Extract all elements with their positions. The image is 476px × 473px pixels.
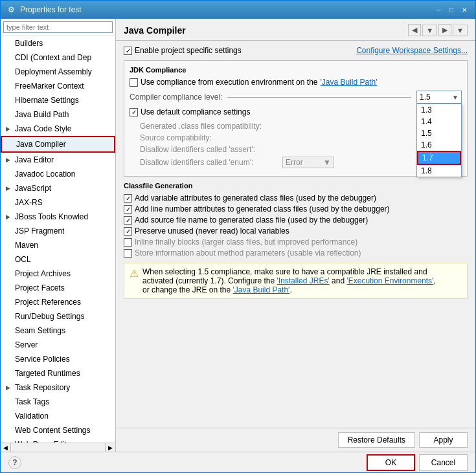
sidebar-item-seam[interactable]: Seam Settings (1, 324, 115, 338)
filter-box (1, 19, 115, 36)
compiler-level-row: Compiler compliance level: 1.5 ▼ 1.3 (130, 91, 462, 104)
expand-arrow-icon: ▶ (6, 182, 14, 194)
compiler-level-label: Compiler compliance level: (130, 93, 222, 102)
scroll-left-button[interactable]: ◀ (1, 443, 11, 452)
warning-icon: ⚠ (130, 267, 139, 280)
cf-checkbox-3[interactable] (124, 216, 132, 225)
dropdown-options-list: 1.3 1.4 1.5 1.6 1.7 1.8 (416, 104, 462, 177)
use-compliance-row: Use compliance from execution environmen… (130, 78, 462, 87)
installed-jres-link[interactable]: 'Installed JREs' (277, 276, 329, 285)
sidebar-item-task-repository[interactable]: ▶Task Repository (1, 380, 115, 395)
warning-line-3: and (330, 276, 347, 285)
sidebar-item-project-archives[interactable]: Project Archives (1, 267, 115, 281)
apply-button[interactable]: Apply (419, 432, 468, 448)
cancel-button[interactable]: Cancel (419, 454, 468, 471)
sidebar-item-targeted-runtimes[interactable]: Targeted Runtimes (1, 366, 115, 380)
source-compat-row: Source compatibility: (130, 133, 462, 142)
sidebar-item-javascript[interactable]: ▶JavaScript (1, 181, 115, 195)
cf-checkbox-2[interactable] (124, 205, 132, 214)
back-button[interactable]: ◀ (408, 24, 421, 36)
window-icon: ⚙ (6, 5, 16, 15)
sidebar-item-run-debug[interactable]: Run/Debug Settings (1, 309, 115, 324)
option-1-5[interactable]: 1.5 (417, 127, 461, 139)
execution-env-link[interactable]: 'Execution Environments' (346, 276, 433, 285)
sidebar: Builders CDI (Context and Dep Deployment… (1, 19, 116, 452)
java-build-path-link[interactable]: 'Java Build Path' (320, 78, 377, 87)
configure-workspace-link[interactable]: Configure Workspace Settings... (356, 46, 468, 55)
cf-checkbox-4[interactable] (124, 227, 132, 236)
sidebar-item-jsp[interactable]: JSP Fragment (1, 224, 115, 238)
sidebar-item-javadoc[interactable]: Javadoc Location (1, 167, 115, 181)
minimize-button[interactable]: ─ (433, 5, 444, 15)
cf-option-1: Add variable attributes to generated cla… (124, 193, 468, 203)
sidebar-item-java-compiler[interactable]: Java Compiler (1, 136, 115, 153)
close-button[interactable]: ✕ (459, 5, 470, 15)
footer-bar: ? OK Cancel (1, 452, 475, 472)
scroll-right-button[interactable]: ▶ (105, 443, 115, 452)
restore-defaults-button[interactable]: Restore Defaults (338, 432, 415, 448)
title-bar: ⚙ Properties for test ─ □ ✕ (1, 1, 475, 19)
forward-button[interactable]: ▶ (438, 24, 451, 36)
sidebar-item-server[interactable]: Server (1, 338, 115, 352)
cf-label-1: Add variable attributes to generated cla… (135, 193, 376, 203)
cf-checkbox-5[interactable] (124, 238, 132, 247)
sidebar-item-freemarker[interactable]: FreeMarker Context (1, 79, 115, 93)
option-1-6[interactable]: 1.6 (417, 139, 461, 151)
filter-input[interactable] (3, 21, 113, 33)
more-button[interactable]: ▼ (453, 25, 468, 36)
sidebar-item-deployment[interactable]: Deployment Assembly (1, 65, 115, 79)
help-button[interactable]: ? (8, 456, 21, 469)
classfile-section: Classfile Generation Add variable attrib… (124, 182, 468, 258)
sidebar-item-web-page[interactable]: Web Page Editor (1, 437, 115, 443)
java-build-path-link-2[interactable]: 'Java Build Path' (232, 285, 289, 294)
cf-label-6: Store information about method parameter… (135, 248, 361, 258)
sidebar-item-jaxrs[interactable]: JAX-RS (1, 195, 115, 210)
expand-arrow-icon: ▶ (6, 382, 14, 393)
cf-label-3: Add source file name to generated class … (135, 215, 368, 225)
panel-title: Java Compiler (124, 25, 408, 36)
window-title: Properties for test (20, 5, 433, 14)
maximize-button[interactable]: □ (446, 5, 457, 15)
main-content: Enable project specific settings Configu… (116, 41, 475, 428)
use-compliance-text: Use compliance from execution environmen… (141, 78, 317, 87)
use-default-checkbox[interactable] (130, 108, 138, 116)
enum-dropdown-value: Error (286, 158, 303, 167)
compliance-dropdown[interactable]: 1.5 ▼ (416, 91, 462, 104)
generated-class-row: Generated .class files compatibility: (130, 122, 462, 131)
sidebar-item-java-editor[interactable]: ▶Java Editor (1, 153, 115, 167)
expand-arrow-icon: ▶ (6, 154, 14, 166)
warning-text-content: When selecting 1.5 compliance, make sure… (142, 267, 436, 294)
option-1-8[interactable]: 1.8 (417, 165, 461, 177)
sidebar-item-service-policies[interactable]: Service Policies (1, 352, 115, 366)
sidebar-item-validation[interactable]: Validation (1, 409, 115, 423)
dropdown-button[interactable]: ▼ (422, 25, 437, 36)
sidebar-item-jboss[interactable]: ▶JBoss Tools Knowled (1, 210, 115, 224)
sidebar-item-maven[interactable]: Maven (1, 238, 115, 252)
enable-label: Enable project specific settings (135, 46, 242, 55)
compliance-dropdown-container: 1.5 ▼ 1.3 1.4 1.5 1.6 1.7 1.8 (416, 91, 462, 104)
option-1-3[interactable]: 1.3 (417, 104, 461, 116)
sidebar-item-hibernate[interactable]: Hibernate Settings (1, 93, 115, 107)
ok-button[interactable]: OK (367, 454, 415, 471)
sidebar-item-web-content[interactable]: Web Content Settings (1, 423, 115, 437)
sidebar-item-project-facets[interactable]: Project Facets (1, 281, 115, 295)
sidebar-item-project-references[interactable]: Project References (1, 295, 115, 309)
sidebar-item-cdi[interactable]: CDI (Context and Dep (1, 50, 115, 65)
sidebar-item-java-code-style[interactable]: ▶Java Code Style (1, 122, 115, 136)
sidebar-item-task-tags[interactable]: Task Tags (1, 395, 115, 409)
option-1-4[interactable]: 1.4 (417, 116, 461, 127)
sidebar-item-java-build-path[interactable]: Java Build Path (1, 107, 115, 122)
main-header: Java Compiler ◀ ▼ ▶ ▼ (116, 19, 475, 41)
horizontal-scrollbar-track (11, 443, 105, 452)
cf-checkbox-1[interactable] (124, 194, 132, 203)
enable-checkbox[interactable] (124, 47, 132, 55)
sidebar-item-ocl[interactable]: OCL (1, 252, 115, 267)
enum-dropdown[interactable]: Error ▼ (282, 157, 334, 168)
use-compliance-checkbox[interactable] (130, 78, 138, 87)
warning-period: . (289, 285, 291, 294)
cf-checkbox-6[interactable] (124, 249, 132, 258)
use-default-row: Use default compliance settings (130, 107, 462, 116)
option-1-7[interactable]: 1.7 (417, 151, 461, 165)
sidebar-item-builders[interactable]: Builders (1, 36, 115, 50)
enable-checkbox-label[interactable]: Enable project specific settings (124, 46, 242, 55)
